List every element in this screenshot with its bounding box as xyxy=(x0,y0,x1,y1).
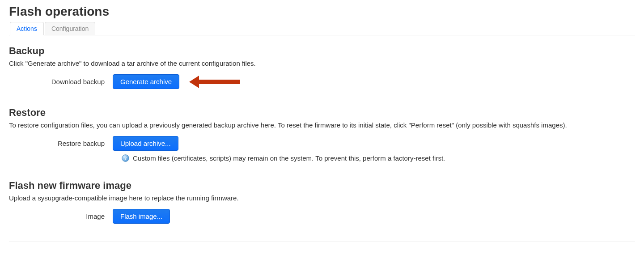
backup-row: Download backup Generate archive xyxy=(9,74,635,89)
restore-control: Upload archive... xyxy=(113,136,178,151)
flash-description: Upload a sysupgrade-compatible image her… xyxy=(9,194,635,202)
restore-row: Restore backup Upload archive... xyxy=(9,136,635,151)
svg-text:?: ? xyxy=(124,156,127,162)
backup-title: Backup xyxy=(9,45,635,57)
annotation-arrow xyxy=(189,76,240,88)
image-label: Image xyxy=(9,212,113,220)
tab-actions[interactable]: Actions xyxy=(10,22,44,35)
tabs: Actions Configuration xyxy=(10,22,635,35)
restore-hint-row: ? Custom files (certificates, scripts) m… xyxy=(122,154,635,162)
restore-hint-text: Custom files (certificates, scripts) may… xyxy=(133,154,445,162)
page-separator xyxy=(9,242,635,242)
restore-description: To restore configuration files, you can … xyxy=(9,121,635,129)
generate-archive-button[interactable]: Generate archive xyxy=(113,74,179,89)
section-backup: Backup Click "Generate archive" to downl… xyxy=(9,45,635,89)
page-title: Flash operations xyxy=(9,4,635,19)
backup-control: Generate archive xyxy=(113,74,240,89)
flash-image-button[interactable]: Flash image... xyxy=(113,209,170,224)
flash-title: Flash new firmware image xyxy=(9,180,635,191)
section-restore: Restore To restore configuration files, … xyxy=(9,107,635,162)
restore-backup-label: Restore backup xyxy=(9,140,113,147)
backup-description: Click "Generate archive" to download a t… xyxy=(9,60,635,67)
section-flash: Flash new firmware image Upload a sysupg… xyxy=(9,180,635,224)
arrow-left-icon xyxy=(189,76,199,88)
restore-title: Restore xyxy=(9,107,635,119)
tab-configuration[interactable]: Configuration xyxy=(45,22,95,35)
download-backup-label: Download backup xyxy=(9,78,113,85)
info-icon: ? xyxy=(122,154,129,162)
flash-control: Flash image... xyxy=(113,209,170,224)
flash-row: Image Flash image... xyxy=(9,209,635,224)
page-root: Flash operations Actions Configuration B… xyxy=(0,0,644,255)
upload-archive-button[interactable]: Upload archive... xyxy=(113,136,178,151)
tabs-bar: Actions Configuration xyxy=(9,21,635,35)
arrow-shaft xyxy=(199,80,240,84)
